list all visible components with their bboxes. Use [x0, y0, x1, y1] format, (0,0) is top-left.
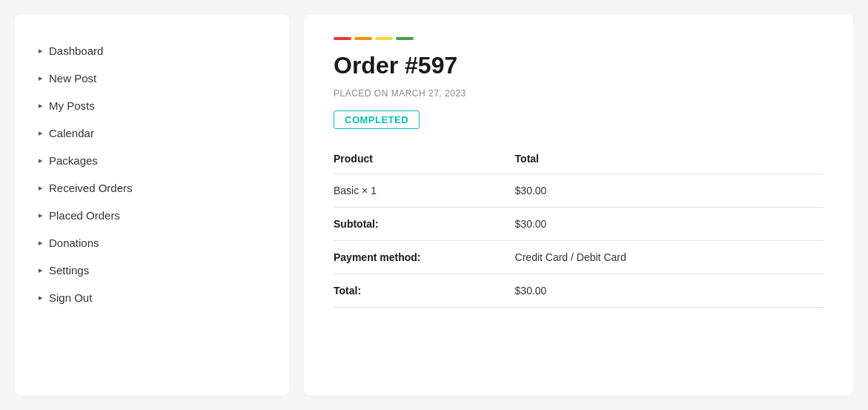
sidebar-item-my-posts[interactable]: ▸My Posts [30, 92, 274, 119]
sidebar-item-placed-orders[interactable]: ▸Placed Orders [30, 202, 274, 229]
chevron-icon: ▸ [39, 156, 43, 165]
sidebar-item-label: Settings [49, 264, 89, 277]
chevron-icon: ▸ [39, 73, 43, 83]
chevron-icon: ▸ [39, 293, 43, 302]
table-row: Basic × 1 $30.00 [334, 174, 824, 208]
order-table: Product Total Basic × 1 $30.00 Subtotal:… [334, 147, 824, 308]
total-row: Total: $30.00 [334, 274, 824, 308]
total-cell: $30.00 [515, 174, 824, 208]
accent-bar [334, 37, 824, 40]
col-product-header: Product [334, 147, 515, 174]
accent-segment [354, 37, 372, 40]
sidebar-item-label: Received Orders [49, 182, 133, 194]
accent-segment [375, 37, 393, 40]
subtotal-value: $30.00 [515, 208, 824, 241]
chevron-icon: ▸ [39, 183, 43, 193]
subtotal-row: Subtotal: $30.00 [334, 208, 824, 241]
sidebar-item-label: Calendar [49, 127, 94, 139]
col-total-header: Total [515, 147, 824, 174]
chevron-icon: ▸ [39, 265, 43, 275]
order-date: PLACED ON MARCH 27, 2023 [334, 88, 824, 99]
chevron-icon: ▸ [39, 238, 43, 248]
sidebar-item-label: Donations [49, 237, 99, 249]
status-badge: COMPLETED [334, 110, 420, 129]
sidebar-item-packages[interactable]: ▸Packages [30, 147, 274, 174]
payment-label: Payment method: [334, 241, 515, 274]
sidebar: ▸Dashboard▸New Post▸My Posts▸Calendar▸Pa… [15, 15, 289, 395]
payment-method-row: Payment method: Credit Card / Debit Card [334, 241, 824, 274]
total-label: Total: [334, 274, 515, 308]
sidebar-item-label: Dashboard [49, 44, 103, 57]
sidebar-item-received-orders[interactable]: ▸Received Orders [30, 174, 274, 202]
order-title: Order #597 [334, 52, 824, 79]
accent-segment [396, 37, 414, 40]
sidebar-item-label: Sign Out [49, 291, 92, 304]
sidebar-item-settings[interactable]: ▸Settings [30, 257, 274, 284]
subtotal-label: Subtotal: [334, 208, 515, 241]
sidebar-item-dashboard[interactable]: ▸Dashboard [30, 37, 274, 65]
sidebar-item-label: Packages [49, 154, 98, 167]
main-content: Order #597 PLACED ON MARCH 27, 2023 COMP… [304, 15, 853, 395]
sidebar-item-label: New Post [49, 72, 96, 85]
accent-segment [334, 37, 351, 40]
sidebar-item-sign-out[interactable]: ▸Sign Out [30, 284, 274, 311]
chevron-icon: ▸ [39, 128, 43, 138]
total-value: $30.00 [515, 274, 824, 308]
chevron-icon: ▸ [39, 211, 43, 220]
product-cell: Basic × 1 [334, 174, 515, 208]
sidebar-item-calendar[interactable]: ▸Calendar [30, 119, 274, 147]
sidebar-item-label: Placed Orders [49, 209, 120, 222]
sidebar-item-new-post[interactable]: ▸New Post [30, 65, 274, 92]
chevron-icon: ▸ [39, 101, 43, 110]
chevron-icon: ▸ [39, 46, 43, 56]
sidebar-item-label: My Posts [49, 99, 95, 112]
sidebar-item-donations[interactable]: ▸Donations [30, 229, 274, 257]
payment-value: Credit Card / Debit Card [515, 241, 824, 274]
